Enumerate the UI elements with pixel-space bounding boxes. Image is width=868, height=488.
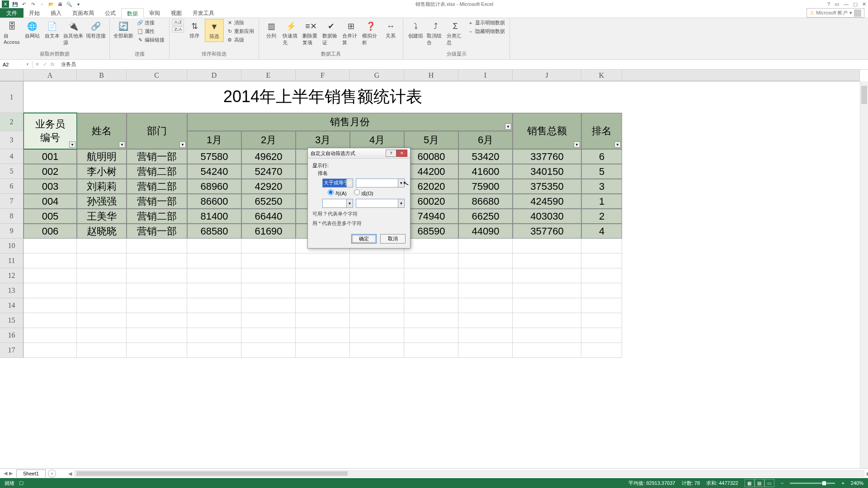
page-break-button[interactable]: ▭ xyxy=(764,479,774,487)
cell[interactable] xyxy=(296,313,350,328)
text-to-columns-button[interactable]: ▥分列 xyxy=(262,19,281,41)
cell[interactable] xyxy=(404,283,458,298)
cell[interactable] xyxy=(513,343,581,358)
column-header[interactable]: E xyxy=(241,70,296,81)
row-header[interactable]: 12 xyxy=(0,268,24,283)
undo-icon[interactable]: ↶ xyxy=(21,1,27,7)
cell[interactable] xyxy=(581,298,622,313)
cell[interactable] xyxy=(404,313,458,328)
cell[interactable] xyxy=(127,343,187,358)
vertical-scrollbar[interactable] xyxy=(860,81,868,468)
scroll-thumb[interactable] xyxy=(76,471,348,476)
cell[interactable] xyxy=(77,313,127,328)
data-cell[interactable]: 003 xyxy=(24,179,77,194)
data-cell[interactable]: 44200 xyxy=(404,164,458,179)
data-cell[interactable]: 75900 xyxy=(458,179,513,194)
data-cell[interactable]: 李小树 xyxy=(77,164,127,179)
row-header[interactable]: 1 xyxy=(0,81,24,113)
from-text-button[interactable]: 📄自文本 xyxy=(42,19,61,41)
data-cell[interactable]: 375350 xyxy=(513,179,581,194)
data-cell[interactable]: 60080 xyxy=(404,149,458,164)
cell[interactable] xyxy=(296,253,350,268)
from-access-button[interactable]: 🗄自 Access xyxy=(3,19,22,47)
ok-button[interactable]: 确定 xyxy=(351,234,377,244)
cell[interactable] xyxy=(241,298,296,313)
row-header[interactable]: 11 xyxy=(0,253,24,268)
row-header[interactable]: 7 xyxy=(0,194,24,209)
properties-button[interactable]: 📋属性 xyxy=(135,28,166,35)
zoom-level[interactable]: 240% xyxy=(851,480,863,486)
help-icon[interactable]: ? xyxy=(827,1,830,7)
tab-dev[interactable]: 开发工具 xyxy=(187,8,220,18)
cell[interactable] xyxy=(24,328,77,343)
sheet-nav-next-icon[interactable]: ▶ xyxy=(9,470,13,476)
data-cell[interactable]: 60020 xyxy=(404,194,458,209)
from-other-button[interactable]: 🔌自其他来源 xyxy=(62,19,84,48)
cell[interactable] xyxy=(581,283,622,298)
sort-desc-button[interactable]: Z↓A xyxy=(172,26,184,33)
existing-conn-button[interactable]: 🔗现有连接 xyxy=(85,19,107,41)
cell[interactable] xyxy=(513,298,581,313)
cell[interactable] xyxy=(77,343,127,358)
row-header[interactable]: 9 xyxy=(0,224,24,239)
subtotal-button[interactable]: Σ分类汇总 xyxy=(446,19,465,48)
cell[interactable] xyxy=(24,343,77,358)
data-cell[interactable]: 001 xyxy=(24,149,77,164)
row-header[interactable]: 13 xyxy=(0,283,24,298)
zoom-in-button[interactable]: + xyxy=(841,480,844,486)
tab-layout[interactable]: 页面布局 xyxy=(67,8,99,18)
data-cell[interactable]: 营销一部 xyxy=(127,224,187,239)
scroll-thumb[interactable] xyxy=(861,86,867,104)
data-cell[interactable]: 2 xyxy=(581,209,622,224)
data-cell[interactable]: 53420 xyxy=(458,149,513,164)
column-headers[interactable]: ABCDEFGHIJK xyxy=(24,70,860,81)
remove-dup-button[interactable]: ≡✕删除重复项 xyxy=(302,19,321,48)
zoom-slider[interactable] xyxy=(790,483,835,484)
data-cell[interactable]: 42920 xyxy=(241,179,296,194)
cell[interactable] xyxy=(404,343,458,358)
row-header[interactable]: 8 xyxy=(0,209,24,224)
row-headers[interactable]: 1234567891011121314151617 xyxy=(0,81,24,468)
row-header[interactable]: 4 xyxy=(0,149,24,164)
data-cell[interactable]: 005 xyxy=(24,209,77,224)
cell[interactable] xyxy=(513,283,581,298)
cell[interactable] xyxy=(458,298,513,313)
horizontal-scrollbar[interactable]: ◀▶ xyxy=(74,470,864,477)
cell[interactable] xyxy=(581,343,622,358)
data-cell[interactable]: 孙强强 xyxy=(77,194,127,209)
data-cell[interactable]: 002 xyxy=(24,164,77,179)
data-cell[interactable]: 68580 xyxy=(187,224,241,239)
sort-button[interactable]: ⇅排序 xyxy=(185,19,204,41)
data-validation-button[interactable]: ✔数据验证 xyxy=(321,19,340,48)
header-cell[interactable]: 3月 xyxy=(296,131,350,149)
data-cell[interactable]: 营销二部 xyxy=(127,179,187,194)
cell[interactable] xyxy=(458,313,513,328)
cell[interactable] xyxy=(24,298,77,313)
cell[interactable] xyxy=(350,268,404,283)
data-cell[interactable]: 5 xyxy=(581,164,622,179)
column-header[interactable]: J xyxy=(513,70,581,81)
data-cell[interactable]: 营销二部 xyxy=(127,209,187,224)
data-cell[interactable]: 62020 xyxy=(404,179,458,194)
row-header[interactable]: 2 xyxy=(0,113,24,131)
cell[interactable] xyxy=(350,298,404,313)
data-cell[interactable]: 44090 xyxy=(458,224,513,239)
tab-formulas[interactable]: 公式 xyxy=(99,8,121,18)
hide-detail-button[interactable]: −隐藏明细数据 xyxy=(466,28,507,35)
cell[interactable] xyxy=(24,268,77,283)
cell[interactable] xyxy=(350,253,404,268)
cell[interactable] xyxy=(187,313,241,328)
group-button[interactable]: ⤵创建组 xyxy=(406,19,425,41)
sort-asc-button[interactable]: A↓Z xyxy=(172,19,184,25)
cell[interactable] xyxy=(127,313,187,328)
data-cell[interactable]: 航明明 xyxy=(77,149,127,164)
data-cell[interactable]: 86600 xyxy=(187,194,241,209)
column-header[interactable]: K xyxy=(581,70,622,81)
cell[interactable] xyxy=(77,268,127,283)
data-cell[interactable]: 营销一部 xyxy=(127,194,187,209)
column-header[interactable]: H xyxy=(404,70,458,81)
header-cell[interactable]: 2月 xyxy=(241,131,296,149)
file-tab[interactable]: 文件 xyxy=(0,8,24,18)
header-cell[interactable]: 1月 xyxy=(187,131,241,149)
data-cell[interactable]: 刘莉莉 xyxy=(77,179,127,194)
